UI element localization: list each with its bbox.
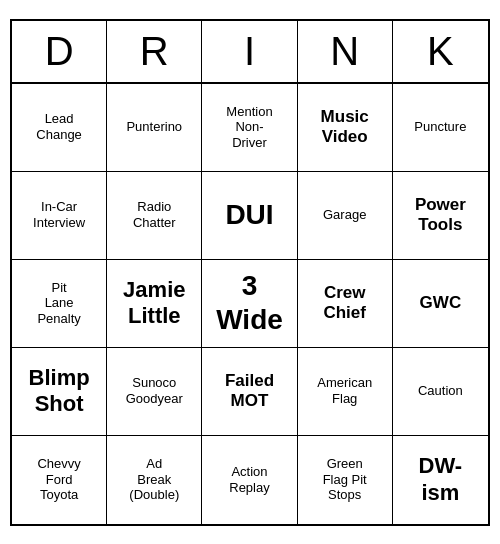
header-letter: N	[298, 21, 393, 82]
bingo-cell[interactable]: Punterino	[107, 84, 202, 172]
bingo-cell[interactable]: Mention Non- Driver	[202, 84, 297, 172]
header-letter: R	[107, 21, 202, 82]
cell-text: Green Flag Pit Stops	[323, 456, 367, 503]
header-letter: I	[202, 21, 297, 82]
cell-text: Crew Chief	[323, 283, 366, 324]
bingo-cell[interactable]: Jamie Little	[107, 260, 202, 348]
bingo-cell[interactable]: Crew Chief	[298, 260, 393, 348]
cell-text: Music Video	[321, 107, 369, 148]
header-letter: K	[393, 21, 488, 82]
cell-text: Puncture	[414, 119, 466, 135]
cell-text: Pit Lane Penalty	[37, 280, 80, 327]
bingo-cell[interactable]: In-Car Interview	[12, 172, 107, 260]
bingo-cell[interactable]: American Flag	[298, 348, 393, 436]
cell-text: Power Tools	[415, 195, 466, 236]
cell-text: Caution	[418, 383, 463, 399]
header-letter: D	[12, 21, 107, 82]
bingo-cell[interactable]: Radio Chatter	[107, 172, 202, 260]
cell-text: DW- ism	[419, 453, 463, 506]
bingo-cell[interactable]: Sunoco Goodyear	[107, 348, 202, 436]
cell-text: Garage	[323, 207, 366, 223]
bingo-cell[interactable]: Lead Change	[12, 84, 107, 172]
cell-text: Action Replay	[229, 464, 269, 495]
cell-text: 3 Wide	[216, 269, 283, 336]
bingo-cell[interactable]: DUI	[202, 172, 297, 260]
bingo-cell[interactable]: Failed MOT	[202, 348, 297, 436]
bingo-cell[interactable]: Puncture	[393, 84, 488, 172]
cell-text: Ad Break (Double)	[129, 456, 179, 503]
cell-text: Radio Chatter	[133, 199, 176, 230]
cell-text: Failed MOT	[225, 371, 274, 412]
bingo-cell[interactable]: Garage	[298, 172, 393, 260]
bingo-card: DRINK Lead ChangePunterinoMention Non- D…	[10, 19, 490, 526]
bingo-cell[interactable]: GWC	[393, 260, 488, 348]
bingo-cell[interactable]: Power Tools	[393, 172, 488, 260]
bingo-cell[interactable]: Green Flag Pit Stops	[298, 436, 393, 524]
cell-text: Sunoco Goodyear	[126, 375, 183, 406]
cell-text: In-Car Interview	[33, 199, 85, 230]
bingo-cell[interactable]: Blimp Shot	[12, 348, 107, 436]
bingo-cell[interactable]: DW- ism	[393, 436, 488, 524]
bingo-cell[interactable]: 3 Wide	[202, 260, 297, 348]
bingo-grid: Lead ChangePunterinoMention Non- DriverM…	[12, 84, 488, 524]
cell-text: Lead Change	[36, 111, 82, 142]
cell-text: Blimp Shot	[29, 365, 90, 418]
bingo-cell[interactable]: Chevvy Ford Toyota	[12, 436, 107, 524]
bingo-cell[interactable]: Action Replay	[202, 436, 297, 524]
bingo-cell[interactable]: Caution	[393, 348, 488, 436]
cell-text: Mention Non- Driver	[226, 104, 272, 151]
bingo-header: DRINK	[12, 21, 488, 84]
cell-text: Punterino	[126, 119, 182, 135]
cell-text: DUI	[225, 198, 273, 232]
bingo-cell[interactable]: Music Video	[298, 84, 393, 172]
cell-text: GWC	[420, 293, 462, 313]
cell-text: Jamie Little	[123, 277, 185, 330]
bingo-cell[interactable]: Pit Lane Penalty	[12, 260, 107, 348]
cell-text: Chevvy Ford Toyota	[37, 456, 80, 503]
bingo-cell[interactable]: Ad Break (Double)	[107, 436, 202, 524]
cell-text: American Flag	[317, 375, 372, 406]
